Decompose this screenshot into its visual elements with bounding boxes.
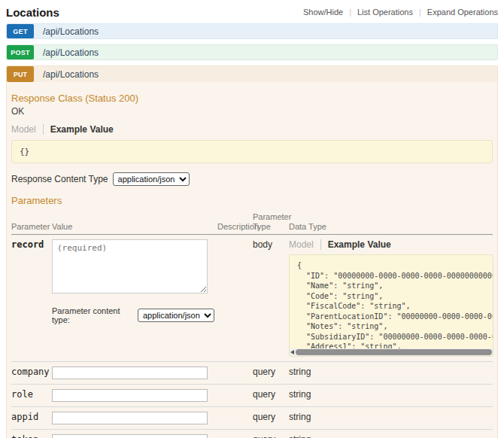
param-name-appid: appid	[11, 407, 52, 430]
col-header-parameter-type: Parameter Type	[253, 209, 289, 235]
param-row-company: company query string	[11, 362, 493, 385]
param-type-record: body	[253, 235, 289, 362]
param-name-token: token	[11, 430, 52, 438]
endpoint-path-post[interactable]: /api/Locations	[43, 45, 99, 59]
response-content-type-label: Response Content Type	[11, 174, 108, 184]
record-example-json: { "ID": "00000000-0000-0000-0000-0000000…	[297, 260, 493, 348]
param-name-role: role	[11, 385, 52, 407]
endpoint-row-get[interactable]: GET /api/Locations	[6, 23, 498, 39]
appid-input[interactable]	[52, 412, 208, 424]
list-operations-link[interactable]: List Operations	[357, 8, 413, 17]
col-header-value: Value	[52, 209, 217, 235]
tab-example-value[interactable]: Example Value	[44, 124, 114, 135]
company-input[interactable]	[52, 367, 208, 379]
col-header-description: Description	[217, 209, 253, 235]
endpoint-row-put[interactable]: PUT /api/Locations	[7, 66, 497, 82]
param-description-appid	[217, 407, 253, 430]
param-description-record	[217, 235, 253, 362]
swagger-resource-locations: Locations Show/Hide | List Operations | …	[0, 0, 504, 438]
parameters-table: Parameter Value Description Parameter Ty…	[11, 209, 493, 438]
endpoint-path-get[interactable]: /api/Locations	[43, 24, 99, 38]
scrollbar-thumb[interactable]	[296, 349, 492, 355]
endpoint-path-put[interactable]: /api/Locations	[43, 66, 99, 82]
col-header-data-type: Data Type	[289, 209, 493, 235]
expand-operations-link[interactable]: Expand Operations	[427, 8, 498, 17]
endpoint-block-put: PUT /api/Locations Response Class (Statu…	[6, 65, 498, 438]
parameter-content-type-row: Parameter content type: application/json	[52, 306, 214, 324]
tab-example-value[interactable]: Example Value	[321, 239, 391, 250]
parameter-content-type-label: Parameter content type:	[52, 306, 133, 324]
param-row-token: token query string	[11, 430, 493, 438]
record-body-textarea[interactable]	[52, 239, 208, 294]
param-description-company	[217, 362, 253, 385]
response-content-type-select[interactable]: application/json	[113, 172, 190, 186]
param-datatype-record: Model Example Value { "ID": "00000000-00…	[289, 235, 493, 362]
tab-model[interactable]: Model	[11, 124, 44, 135]
param-value-cell-record: Parameter content type: application/json	[52, 235, 217, 362]
param-type-company: query	[253, 362, 289, 385]
show-hide-link[interactable]: Show/Hide	[303, 8, 343, 17]
param-row-role: role query string	[11, 385, 493, 407]
role-input[interactable]	[52, 389, 208, 402]
response-model-tabs: Model Example Value	[11, 124, 493, 135]
param-row-appid: appid query string	[11, 407, 493, 430]
param-name-company: company	[11, 362, 52, 385]
parameters-header-row: Parameter Value Description Parameter Ty…	[11, 209, 493, 235]
put-operation-details: Response Class (Status 200) OK Model Exa…	[7, 82, 497, 438]
param-datatype-appid: string	[289, 407, 493, 430]
param-datatype-token: string	[289, 430, 493, 438]
param-type-role: query	[253, 385, 289, 407]
endpoint-row-post[interactable]: POST /api/Locations	[6, 44, 498, 60]
scroll-left-arrow-icon[interactable]	[290, 350, 294, 354]
resource-header-links: Show/Hide | List Operations | Expand Ope…	[303, 8, 498, 17]
http-method-badge-post: POST	[7, 45, 34, 59]
param-description-token	[217, 430, 253, 438]
record-example-json-clip: { "ID": "00000000-0000-0000-0000-0000000…	[290, 255, 493, 348]
param-row-record: record Parameter content type: applicati…	[11, 235, 493, 362]
parameter-content-type-select[interactable]: application/json	[138, 309, 214, 322]
response-class-heading: Response Class (Status 200)	[11, 93, 493, 104]
link-separator: |	[419, 8, 421, 17]
token-input[interactable]	[52, 434, 208, 438]
param-description-role	[217, 385, 253, 407]
param-datatype-company: string	[289, 362, 493, 385]
col-header-parameter: Parameter	[11, 209, 52, 235]
response-status-text: OK	[11, 106, 493, 117]
param-datatype-role: string	[289, 385, 493, 407]
http-method-badge-put: PUT	[7, 66, 34, 82]
http-method-badge-get: GET	[7, 24, 34, 38]
tab-model[interactable]: Model	[289, 239, 321, 250]
param-type-appid: query	[253, 407, 289, 430]
parameters-heading: Parameters	[11, 195, 493, 206]
page-title: Locations	[6, 6, 59, 19]
resource-header: Locations Show/Hide | List Operations | …	[6, 4, 498, 20]
param-name-record: record	[11, 235, 52, 362]
param-type-token: query	[253, 430, 289, 438]
response-content-type-row: Response Content Type application/json	[11, 172, 493, 186]
response-example-box: {}	[11, 140, 493, 163]
record-example-json-box: { "ID": "00000000-0000-0000-0000-0000000…	[289, 254, 493, 357]
record-model-tabs: Model Example Value	[289, 239, 490, 250]
link-separator: |	[349, 8, 351, 17]
horizontal-scrollbar[interactable]	[290, 348, 493, 356]
